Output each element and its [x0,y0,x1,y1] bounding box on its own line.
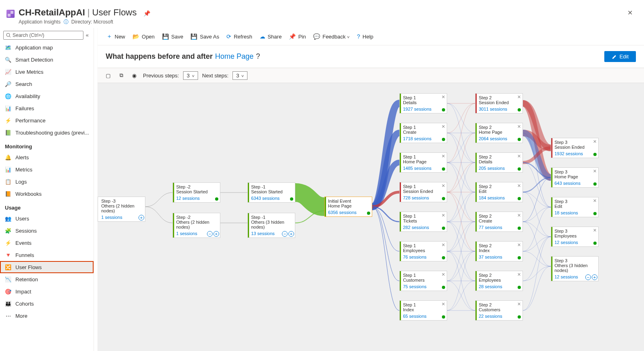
pin-button[interactable]: 📌Pin [286,32,309,41]
sidebar-item-events[interactable]: ⚡Events [0,237,94,249]
prev-steps-dropdown[interactable]: 3ⅴ [183,71,198,80]
sidebar-item-search[interactable]: 🔎Search [0,78,94,90]
close-node-icon[interactable]: ✕ [517,154,521,159]
flow-node[interactable]: Step -3Others (2 hidden nodes)1 sessions… [98,197,145,222]
sidebar-item-metrics[interactable]: 📊Metrics [0,163,94,176]
close-node-icon[interactable]: ✕ [441,183,445,188]
sidebar-item-logs[interactable]: 📋Logs [0,176,94,188]
flow-node[interactable]: Step -1Others (3 hidden nodes)13 session… [247,213,295,238]
flow-node[interactable]: Step 2Customers22 sessions✕ [475,300,523,321]
question-event-link[interactable]: Home Page [215,52,254,61]
sidebar-item-label: Cohorts [15,301,34,307]
close-node-icon[interactable]: ✕ [441,124,445,129]
open-button[interactable]: 📂Open [129,32,158,41]
close-node-icon[interactable]: ✕ [517,272,521,277]
edit-button[interactable]: Edit [604,51,636,62]
collapse-icon[interactable]: − [282,231,288,237]
refresh-button[interactable]: ⟳Refresh [223,32,256,41]
sidebar-item-impact[interactable]: 🎯Impact [0,285,94,297]
collapse-sidebar-icon[interactable]: « [83,30,91,40]
feedback-button[interactable]: 💬Feedbackⅴ [310,32,353,41]
collapse-icon[interactable]: − [585,274,591,280]
share-button[interactable]: ☁Share [256,32,285,41]
flow-node[interactable]: Step 1Home Page1485 sessions✕ [399,152,447,173]
flow-node[interactable]: Step 1Details1927 sessions✕ [399,93,447,113]
flow-node[interactable]: Step 1Index65 sessions✕ [399,300,447,321]
flow-node[interactable]: Step 3Session Ended1932 sessions✕ [551,138,599,158]
target-icon[interactable]: ◉ [130,71,139,80]
close-node-icon[interactable]: ✕ [441,154,445,159]
sidebar-item-more[interactable]: ⋯More [0,310,94,322]
sidebar-item-user-flows[interactable]: 🔀User Flows [0,261,94,273]
expand-icon[interactable]: + [288,231,294,237]
sidebar-item-application-map[interactable]: 🗺️Application map [0,41,94,54]
collapse-icon[interactable]: − [207,231,213,237]
flow-node[interactable]: Step 3Edit18 sessions✕ [551,197,599,217]
flow-node[interactable]: Step 2Index37 sessions✕ [475,241,523,261]
sidebar-item-troubleshooting-guides-previ-[interactable]: 📗Troubleshooting guides (previ... [0,126,94,139]
sidebar-item-failures[interactable]: 📊Failures [0,102,94,114]
flow-node[interactable]: Step 2Edit184 sessions✕ [475,182,523,202]
flow-node[interactable]: Step 1Tickets282 sessions✕ [399,212,447,232]
close-node-icon[interactable]: ✕ [517,94,521,100]
close-node-icon[interactable]: ✕ [517,242,521,248]
flow-node[interactable]: Step 2Create77 sessions✕ [475,212,523,232]
sidebar-item-availability[interactable]: 🌐Availability [0,90,94,102]
close-icon[interactable]: ✕ [624,7,636,18]
close-node-icon[interactable]: ✕ [517,124,521,129]
sidebar-item-cohorts[interactable]: 👪Cohorts [0,297,94,310]
close-node-icon[interactable]: ✕ [441,213,445,218]
flow-node[interactable]: Step -2Session Started12 sessions [173,182,220,203]
expand-icon[interactable]: + [139,215,144,220]
flow-node[interactable]: Step -2Others (2 hidden nodes)1 sessions… [173,213,220,238]
sidebar-item-smart-detection[interactable]: 🔍Smart Detection [0,54,94,66]
help-button[interactable]: ?Help [354,32,377,41]
sidebar-item-performance[interactable]: ⚡Performance [0,114,94,126]
sidebar-item-alerts[interactable]: 🔔Alerts [0,151,94,163]
expand-icon[interactable]: + [592,274,597,280]
sidebar-item-workbooks[interactable]: 📙Workbooks [0,188,94,200]
close-node-icon[interactable]: ✕ [593,228,597,233]
flow-node[interactable]: Step 2Employees28 sessions✕ [475,271,523,291]
search-input[interactable]: Search (Ctrl+/) [3,31,83,40]
resize-handle[interactable] [94,28,97,351]
close-node-icon[interactable]: ✕ [441,94,445,100]
nodes-icon[interactable]: ⧉ [117,71,126,80]
flow-node[interactable]: Initial EventHome Page6356 sessions [324,197,372,217]
close-node-icon[interactable]: ✕ [517,302,521,307]
sidebar-item-sessions[interactable]: 🧩Sessions [0,225,94,237]
flow-node[interactable]: Step 3Employees12 sessions✕ [551,227,599,247]
expand-icon[interactable]: + [213,231,219,237]
sidebar-item-retention[interactable]: 📉Retention [0,273,94,285]
close-node-icon[interactable]: ✕ [517,213,521,218]
close-node-icon[interactable]: ✕ [593,169,597,174]
close-node-icon[interactable]: ✕ [517,183,521,188]
sidebar-item-label: Logs [15,179,27,185]
close-node-icon[interactable]: ✕ [441,302,445,307]
new-button[interactable]: ＋New [103,31,128,42]
flow-node[interactable]: Step 1Customers75 sessions✕ [399,271,447,291]
info-icon[interactable]: ⓘ [64,19,68,25]
pin-icon[interactable]: 📌 [143,10,150,17]
flow-node[interactable]: Step 2Session Ended3011 sessions✕ [475,93,523,113]
flow-node[interactable]: Step 1Session Ended728 sessions✕ [399,182,447,202]
sidebar-item-users[interactable]: 👥Users [0,212,94,225]
flow-node[interactable]: Step -1Session Started6343 sessions [247,182,295,203]
next-steps-dropdown[interactable]: 3ⅴ [232,71,247,80]
flow-node[interactable]: Step 1Employees76 sessions✕ [399,241,447,261]
nav-icon: 🔀 [5,264,11,270]
flow-node[interactable]: Step 1Create1718 sessions✕ [399,123,447,143]
flow-node[interactable]: Step 2Details205 sessions✕ [475,152,523,173]
save-button[interactable]: 💾Save [159,32,187,41]
flow-node[interactable]: Step 3Others (3 hidden nodes)12 sessions… [551,256,599,281]
close-node-icon[interactable]: ✕ [441,242,445,248]
sidebar-item-live-metrics[interactable]: 📈Live Metrics [0,66,94,78]
sidebar-item-funnels[interactable]: 🔻Funnels [0,249,94,261]
save-as-button[interactable]: 💾Save As [187,32,222,41]
flow-node[interactable]: Step 3Home Page643 sessions✕ [551,167,599,188]
close-node-icon[interactable]: ✕ [593,139,597,144]
close-node-icon[interactable]: ✕ [593,198,597,203]
flow-node[interactable]: Step 2Home Page2064 sessions✕ [475,123,523,143]
layout-icon[interactable]: ▢ [103,71,113,80]
close-node-icon[interactable]: ✕ [441,272,445,277]
